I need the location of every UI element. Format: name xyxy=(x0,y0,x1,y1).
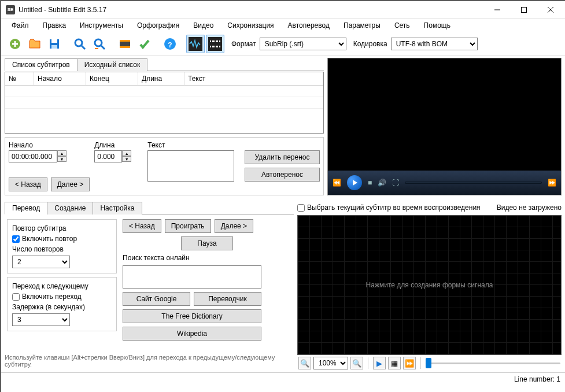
window-title: Untitled - Subtitle Edit 3.5.17 xyxy=(19,6,484,14)
maximize-button[interactable] xyxy=(511,1,537,19)
forward-icon[interactable]: ⏩ xyxy=(548,179,556,187)
dur-up[interactable]: ▲ xyxy=(122,150,131,156)
repeat-enable[interactable]: Включить повтор xyxy=(12,235,112,243)
video-toggle-icon[interactable] xyxy=(206,35,224,53)
open-icon[interactable] xyxy=(25,35,44,53)
subtitle-grid[interactable]: № Начало Конец Длина Текст xyxy=(5,72,324,134)
trans-next-button[interactable]: Далее > xyxy=(215,219,254,233)
auto-break-button[interactable]: Автоперенос xyxy=(245,168,320,182)
wf-play-icon[interactable]: ▶ xyxy=(373,357,386,369)
menu-tools[interactable]: Инструменты xyxy=(74,20,129,31)
svg-line-11 xyxy=(101,46,105,49)
col-num[interactable]: № xyxy=(5,72,34,85)
duration-label: Длина xyxy=(94,141,131,149)
menu-options[interactable]: Параметры xyxy=(338,20,386,31)
stop-icon[interactable]: ■ xyxy=(368,179,372,187)
zoom-out-icon[interactable]: 🔍 xyxy=(298,357,311,369)
goto-delay-label: Задержка (в секундах) xyxy=(12,303,112,311)
svg-point-10 xyxy=(95,39,102,46)
start-label: Начало xyxy=(9,141,90,149)
close-button[interactable] xyxy=(537,1,564,19)
trans-pause-button[interactable]: Пауза xyxy=(181,236,233,250)
col-end[interactable]: Конец xyxy=(86,72,138,85)
waveform-toggle-icon[interactable] xyxy=(186,35,205,53)
waveform-area[interactable]: Нажмите для создания формы сигнала xyxy=(297,215,562,355)
spellcheck-icon[interactable] xyxy=(135,35,154,53)
remove-break-button[interactable]: Удалить перенос xyxy=(245,150,320,164)
volume-icon[interactable]: 🔊 xyxy=(378,179,386,187)
zoom-in-icon[interactable]: 🔍 xyxy=(350,357,363,369)
menu-video[interactable]: Видео xyxy=(187,20,219,31)
select-current[interactable]: Выбрать текущий субтитр во время воспрои… xyxy=(297,204,481,212)
app-icon: SE xyxy=(6,5,15,14)
start-up[interactable]: ▲ xyxy=(57,150,67,156)
menu-net[interactable]: Сеть xyxy=(389,20,416,31)
menu-autotrans[interactable]: Автоперевод xyxy=(282,20,335,31)
subtitle-text-input[interactable] xyxy=(147,150,234,182)
visual-sync-icon[interactable] xyxy=(116,35,134,53)
seek-bar[interactable] xyxy=(405,182,542,184)
tab-adjust[interactable]: Настройка xyxy=(93,202,142,215)
wf-grid-icon[interactable]: ▦ xyxy=(388,357,401,369)
tab-translate[interactable]: Перевод xyxy=(5,202,47,215)
wf-ff-icon[interactable]: ⏩ xyxy=(403,357,416,369)
dur-down[interactable]: ▼ xyxy=(122,156,131,162)
minimize-button[interactable] xyxy=(484,1,511,19)
svg-point-8 xyxy=(75,39,82,46)
new-icon[interactable] xyxy=(6,35,24,53)
tab-create[interactable]: Создание xyxy=(47,202,93,215)
svg-rect-14 xyxy=(120,46,130,48)
table-row[interactable] xyxy=(5,97,323,109)
svg-text:?: ? xyxy=(168,41,172,49)
play-icon[interactable] xyxy=(347,175,362,190)
col-start[interactable]: Начало xyxy=(34,72,86,85)
find-icon[interactable] xyxy=(71,35,89,53)
format-select[interactable]: SubRip (.srt) xyxy=(260,38,346,50)
select-current-checkbox[interactable] xyxy=(297,204,305,212)
menu-file[interactable]: Файл xyxy=(6,20,35,31)
video-player[interactable]: ⏪ ■ 🔊 ⛶ ⏩ xyxy=(327,58,562,195)
col-text[interactable]: Текст xyxy=(184,72,323,85)
prev-button[interactable]: < Назад xyxy=(9,177,47,191)
repeat-count-select[interactable]: 2 xyxy=(12,256,70,268)
encoding-select[interactable]: UTF-8 with BOM xyxy=(391,38,478,50)
goto-enable[interactable]: Включить переход xyxy=(12,293,112,301)
text-label: Текст xyxy=(147,141,234,149)
col-duration[interactable]: Длина xyxy=(138,72,184,85)
wiki-button[interactable]: Wikipedia xyxy=(123,327,261,341)
position-slider[interactable] xyxy=(426,358,560,368)
translator-button[interactable]: Переводчик xyxy=(194,292,261,306)
svg-rect-23 xyxy=(218,40,219,47)
next-button[interactable]: Далее > xyxy=(51,177,90,191)
repeat-checkbox[interactable] xyxy=(12,235,20,243)
menu-spell[interactable]: Орфография xyxy=(131,20,185,31)
menu-edit[interactable]: Правка xyxy=(37,20,72,31)
goto-delay-select[interactable]: 3 xyxy=(12,313,70,326)
start-time-input[interactable] xyxy=(9,150,57,162)
rewind-icon[interactable]: ⏪ xyxy=(333,179,341,187)
search-text-input[interactable] xyxy=(123,265,261,289)
replace-icon[interactable] xyxy=(90,35,109,53)
menu-sync[interactable]: Сихронизация xyxy=(221,20,279,31)
tab-subtitle-list[interactable]: Список субтитров xyxy=(5,58,77,71)
table-row[interactable] xyxy=(5,86,323,97)
tab-source-list[interactable]: Исходный список xyxy=(77,58,147,71)
trans-prev-button[interactable]: < Назад xyxy=(123,219,161,233)
zoom-select[interactable]: 100% xyxy=(313,357,348,369)
save-icon[interactable] xyxy=(45,35,64,53)
waveform-hint: Нажмите для создания формы сигнала xyxy=(366,281,493,289)
goto-checkbox[interactable] xyxy=(12,293,20,301)
tfd-button[interactable]: The Free Dictionary xyxy=(123,309,261,323)
fullscreen-icon[interactable]: ⛶ xyxy=(392,179,399,187)
repeat-count-label: Число повторов xyxy=(12,245,112,253)
google-button[interactable]: Сайт Google xyxy=(123,292,190,306)
menu-help[interactable]: Помощь xyxy=(418,20,456,31)
duration-input[interactable] xyxy=(94,150,122,162)
svg-rect-13 xyxy=(120,40,130,42)
svg-rect-1 xyxy=(522,7,527,12)
svg-rect-22 xyxy=(215,40,216,47)
help-icon[interactable]: ? xyxy=(161,35,179,53)
trans-play-button[interactable]: Проиграть xyxy=(165,219,211,233)
start-down[interactable]: ▼ xyxy=(57,156,67,162)
goto-group: Переход к следующему Включить переход За… xyxy=(7,277,117,331)
